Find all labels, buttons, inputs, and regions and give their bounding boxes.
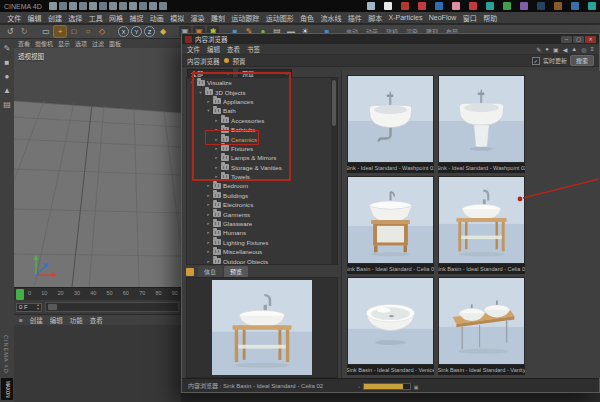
tree-item-glassware[interactable]: ▸Glassware [187, 219, 337, 228]
thumbnail-bowl-basin[interactable]: Sink Basin - Ideal Standard - Venice [347, 277, 434, 375]
coordinate-system-icon[interactable]: ◆ [157, 26, 169, 37]
thumbnail-double-basin[interactable]: Sink Basin - Ideal Standard - Vanity [438, 277, 525, 375]
rotate-tool-icon[interactable]: ○ [82, 26, 94, 37]
texture-mode-icon[interactable]: ● [0, 72, 14, 81]
live-update-checkbox[interactable]: ✓ [532, 57, 540, 65]
menu-item[interactable]: 选择 [65, 13, 85, 23]
tree-item-visualize[interactable]: ▾Visualize [187, 78, 337, 87]
titlebar-app-icon[interactable] [435, 2, 443, 10]
titlebar-app-icon[interactable] [588, 2, 596, 10]
menu-item[interactable]: 脚本 [365, 13, 385, 23]
tree-expander-icon[interactable]: ▸ [206, 221, 211, 226]
menu-item[interactable]: 模拟 [167, 13, 187, 23]
material-manager-menu-item[interactable]: 功能 [70, 315, 83, 325]
titlebar-tool-icon[interactable] [69, 2, 77, 10]
breadcrumb-root[interactable]: 内容浏览器 [187, 56, 220, 66]
tree-expander-icon[interactable]: ▸ [206, 193, 211, 198]
last-tool-icon[interactable]: ◇ [96, 26, 108, 37]
breadcrumb-current[interactable]: 预置 [233, 56, 246, 66]
tree-expander-icon[interactable]: ▸ [206, 212, 211, 217]
current-frame-field[interactable]: 0 F ▴▾ [16, 303, 42, 312]
menu-item[interactable]: NeoFlow [426, 14, 460, 21]
tree-item-fixtures[interactable]: ▸Fixtures [187, 144, 337, 153]
titlebar-tool-icon[interactable] [129, 2, 137, 10]
snapshot-icon[interactable]: ● [545, 46, 549, 53]
up-icon[interactable]: ▲ [571, 46, 577, 53]
content-browser-titlebar[interactable]: 内容浏览器 –▢✕ [182, 34, 599, 44]
edit-icon[interactable]: ✎ [536, 46, 541, 53]
viewport-menu-item[interactable]: 查看 [18, 39, 30, 48]
thumbnail-wall-sink[interactable]: Sink - Ideal Standard - Washpoint 01 [347, 75, 434, 173]
titlebar-app-icon[interactable] [469, 2, 477, 10]
lock-y-axis-icon[interactable]: Y [131, 26, 142, 37]
tree-expander-icon[interactable]: ▸ [214, 137, 219, 142]
material-manager-menu-item[interactable]: 编辑 [50, 315, 63, 325]
lock-x-axis-icon[interactable]: X [118, 26, 129, 37]
model-mode-icon[interactable]: ■ [0, 58, 14, 67]
tree-item-accessories[interactable]: ▸Accessories [187, 116, 337, 125]
preview-tab-信息[interactable]: 信息 [198, 266, 222, 277]
menu-item[interactable]: 流水线 [317, 13, 344, 23]
titlebar-tool-icon[interactable] [89, 2, 97, 10]
tree-item-humans[interactable]: ▸Humans [187, 228, 337, 237]
tree-item-lighting-fixtures[interactable]: ▸Lighting Fixtures [187, 238, 337, 247]
tree-item-ceramics[interactable]: ▸Ceramics [187, 134, 337, 143]
menu-item[interactable]: 创建 [45, 13, 65, 23]
tree-expander-icon[interactable]: ▸ [214, 127, 219, 132]
material-manager-burger-icon[interactable]: ≡ [19, 317, 23, 324]
browser-menu-item[interactable]: 查看 [227, 44, 240, 54]
thumbnail-zoom-slider[interactable]: ▫ ▣ [358, 383, 419, 390]
back-icon[interactable]: ◀ [563, 46, 568, 53]
titlebar-tool-icon[interactable] [149, 2, 157, 10]
viewport-panel[interactable]: 查看摄像机显示选项过滤面板 透视视图 [14, 39, 181, 287]
zoom-slider-track[interactable] [363, 383, 411, 390]
preview-tab-预览[interactable]: 预览 [224, 266, 248, 277]
power-slider-handle[interactable] [48, 304, 57, 310]
tree-expander-icon[interactable]: ▸ [214, 118, 219, 123]
titlebar-tool-icon[interactable] [79, 2, 87, 10]
titlebar-app-icon[interactable] [486, 2, 494, 10]
tree-item-bath[interactable]: ▾Bath [187, 106, 337, 115]
tree-item-buildings[interactable]: ▸Buildings [187, 191, 337, 200]
lock-z-axis-icon[interactable]: Z [144, 26, 155, 37]
titlebar-tool-icon[interactable] [59, 2, 67, 10]
points-mode-icon[interactable]: ▲ [0, 86, 14, 95]
undo-icon[interactable]: ↺ [4, 26, 16, 37]
material-manager-menu-item[interactable]: 创建 [30, 315, 43, 325]
menu-item[interactable]: 动画 [147, 13, 167, 23]
thumbnail-cabinet-basin[interactable]: Sink Basin - Ideal Standard - Celia 01 [347, 176, 434, 274]
titlebar-tool-icon[interactable] [109, 2, 117, 10]
tree-expander-icon[interactable]: ▸ [206, 259, 211, 264]
viewport-menu-item[interactable]: 面板 [109, 39, 121, 48]
tree-item-miscellaneous[interactable]: ▸Miscellaneous [187, 247, 337, 256]
tree-item-bedroom[interactable]: ▸Bedroom [187, 181, 337, 190]
menu-item[interactable]: 角色 [297, 13, 317, 23]
titlebar-tool-icon[interactable] [159, 2, 167, 10]
search-button[interactable]: 搜索 [570, 55, 594, 66]
menu-item[interactable]: 捕捉 [126, 13, 146, 23]
menu-item[interactable]: 窗口 [460, 13, 480, 23]
list-view-icon[interactable]: ≡ [590, 46, 594, 53]
menu-item[interactable]: 网格 [106, 13, 126, 23]
tree-item-bathtubs[interactable]: ▸Bathtubs [187, 125, 337, 134]
menu-item[interactable]: 运动跟踪 [228, 13, 262, 23]
titlebar-app-icon[interactable] [554, 2, 562, 10]
tree-expander-icon[interactable]: ▸ [214, 174, 219, 179]
tree-expander-icon[interactable]: ▸ [206, 240, 211, 245]
titlebar-app-icon[interactable] [520, 2, 528, 10]
tree-expander-icon[interactable]: ▸ [206, 99, 211, 104]
titlebar-app-icon[interactable] [537, 2, 545, 10]
viewport-menu-item[interactable]: 选项 [75, 39, 87, 48]
menu-item[interactable]: 渲染 [187, 13, 207, 23]
tree-expander-icon[interactable]: ▸ [214, 165, 219, 170]
thumbnail-table-basin[interactable]: Sink Basin - Ideal Standard - Celia 02 [438, 176, 525, 274]
move-tool-icon[interactable]: + [54, 26, 66, 37]
titlebar-app-icon[interactable] [367, 2, 375, 10]
tree-item-3d-objects[interactable]: ▾3D Objects [187, 87, 337, 96]
menu-item[interactable]: 插件 [345, 13, 365, 23]
tree-expander-icon[interactable]: ▸ [206, 183, 211, 188]
tree-expander-icon[interactable]: ▸ [214, 146, 219, 151]
titlebar-tool-icon[interactable] [49, 2, 57, 10]
frame-spinner[interactable]: ▴▾ [37, 303, 39, 310]
titlebar-app-icon[interactable] [571, 2, 579, 10]
